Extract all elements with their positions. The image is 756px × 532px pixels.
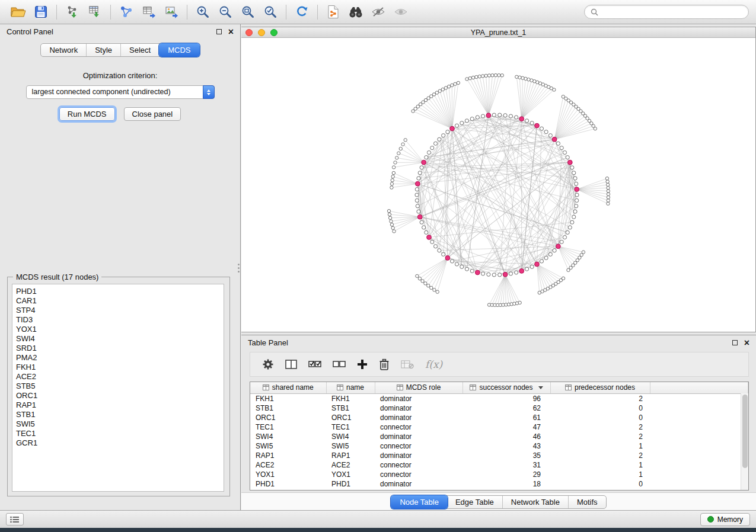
cell[interactable]: YOX1 [326, 470, 375, 479]
zoom-selected-button[interactable] [259, 2, 282, 21]
close-panel-button[interactable]: Close panel [124, 107, 181, 121]
export-image-button[interactable] [160, 2, 183, 21]
cell[interactable]: YOX1 [250, 470, 326, 479]
cell[interactable]: dominator [375, 413, 462, 422]
cell[interactable]: 0 [550, 403, 650, 413]
maximize-window-icon[interactable] [270, 29, 277, 36]
mcds-result-node[interactable]: CAR1 [16, 296, 224, 306]
cell[interactable]: STB1 [326, 403, 375, 413]
mcds-result-node[interactable]: STB5 [16, 382, 224, 391]
import-network-button[interactable] [61, 2, 84, 21]
cell[interactable]: connector [375, 470, 462, 479]
cell[interactable]: SWI4 [326, 432, 375, 441]
cell[interactable]: 1 [550, 470, 650, 479]
mcds-result-node[interactable]: ACE2 [16, 372, 224, 382]
table-row[interactable]: SWI5SWI5connector431 [250, 441, 748, 451]
cell[interactable]: 31 [462, 460, 550, 470]
add-column-button[interactable] [357, 359, 368, 370]
table-scrollbar-thumb[interactable] [742, 395, 748, 468]
deselect-all-columns-button[interactable] [333, 360, 346, 369]
cell[interactable]: 96 [462, 393, 550, 403]
cell[interactable]: 0 [550, 479, 650, 489]
tab-style[interactable]: Style [87, 44, 121, 56]
minimize-window-icon[interactable] [258, 29, 265, 36]
cell[interactable]: connector [375, 422, 462, 432]
zoom-out-button[interactable] [214, 2, 237, 21]
tab-network-table[interactable]: Network Table [503, 496, 569, 508]
cell[interactable]: 2 [550, 393, 650, 403]
mcds-result-node[interactable]: TID3 [16, 315, 224, 325]
search-input[interactable] [602, 8, 742, 16]
cell[interactable]: 18 [462, 479, 550, 489]
column-header-name[interactable]: name [326, 382, 375, 393]
table-row[interactable]: YOX1YOX1connector291 [250, 470, 748, 479]
splitter-handle[interactable] [238, 264, 240, 273]
table-row[interactable]: PHD1PHD1dominator180 [250, 479, 748, 489]
search-network-button[interactable] [344, 2, 367, 21]
network-window-titlebar[interactable]: YPA_prune.txt_1 [241, 27, 755, 38]
new-network-button[interactable] [115, 2, 138, 21]
cell[interactable]: ACE2 [326, 460, 375, 470]
mcds-result-node[interactable]: ORC1 [16, 391, 224, 400]
mcds-result-node[interactable]: GCR1 [16, 438, 224, 448]
mcds-result-node[interactable]: PMA2 [16, 353, 224, 363]
mcds-result-node[interactable]: STP4 [16, 306, 224, 315]
mcds-result-node[interactable]: YOX1 [16, 325, 224, 334]
cell[interactable]: dominator [375, 393, 462, 403]
column-header-predecessor-nodes[interactable]: predecessor nodes [550, 382, 650, 393]
tab-network[interactable]: Network [41, 44, 87, 56]
cell[interactable]: RAP1 [250, 451, 326, 460]
cell[interactable]: dominator [375, 479, 462, 489]
cell[interactable]: FKH1 [250, 393, 326, 403]
cell[interactable]: SWI5 [326, 441, 375, 451]
cell[interactable]: RAP1 [326, 451, 375, 460]
tab-edge-table[interactable]: Edge Table [447, 496, 503, 508]
refresh-button[interactable] [291, 2, 313, 21]
cell[interactable]: ACE2 [250, 460, 326, 470]
memory-button[interactable]: Memory [700, 513, 750, 526]
show-details-button[interactable] [390, 2, 412, 21]
show-columns-button[interactable] [285, 359, 297, 370]
cell[interactable]: STB1 [250, 403, 326, 413]
cell[interactable]: dominator [375, 432, 462, 441]
close-panel-icon[interactable]: × [228, 29, 234, 35]
column-header-shared-name[interactable]: shared name [250, 382, 326, 393]
mcds-result-node[interactable]: FKH1 [16, 363, 224, 372]
table-row[interactable]: TEC1TEC1connector472 [250, 422, 748, 432]
cell[interactable]: 43 [462, 441, 550, 451]
export-table-button[interactable] [138, 2, 160, 21]
table-scrollbar[interactable] [741, 393, 748, 490]
network-graph[interactable] [241, 38, 755, 332]
cell[interactable]: connector [375, 460, 462, 470]
mcds-result-node[interactable]: RAP1 [16, 400, 224, 410]
cell[interactable]: SWI4 [250, 432, 326, 441]
table-row[interactable]: ACE2ACE2connector311 [250, 460, 748, 470]
select-all-columns-button[interactable] [308, 360, 321, 369]
cell[interactable]: dominator [375, 403, 462, 413]
cell[interactable]: 1 [550, 441, 650, 451]
open-file-button[interactable] [7, 2, 30, 21]
cell[interactable]: SWI5 [250, 441, 326, 451]
mcds-result-list[interactable]: PHD1CAR1STP4TID3YOX1SWI4SRD1PMA2FKH1ACE2… [12, 284, 224, 492]
cell[interactable]: dominator [375, 451, 462, 460]
cell[interactable]: TEC1 [250, 422, 326, 432]
run-mcds-button[interactable]: Run MCDS [59, 107, 115, 121]
import-table-button[interactable] [84, 2, 106, 21]
cell[interactable]: 2 [550, 451, 650, 460]
cell[interactable]: PHD1 [250, 479, 326, 489]
cell[interactable]: ORC1 [326, 413, 375, 422]
cell[interactable]: TEC1 [326, 422, 375, 432]
cell[interactable]: 46 [462, 432, 550, 441]
close-window-icon[interactable] [245, 29, 253, 36]
function-builder-button[interactable]: f(x) [425, 358, 442, 370]
mcds-result-node[interactable]: TEC1 [16, 429, 224, 438]
tab-mcds[interactable]: MCDS [159, 43, 199, 57]
table-row[interactable]: FKH1FKH1dominator962 [250, 393, 748, 403]
close-table-panel-icon[interactable]: × [744, 340, 749, 346]
cell[interactable]: 47 [462, 422, 550, 432]
tab-select[interactable]: Select [121, 44, 160, 56]
mcds-result-node[interactable]: SWI4 [16, 334, 224, 344]
cell[interactable]: 61 [462, 413, 550, 422]
table-row[interactable]: ORC1ORC1dominator610 [250, 413, 748, 422]
tab-node-table[interactable]: Node Table [391, 495, 448, 509]
